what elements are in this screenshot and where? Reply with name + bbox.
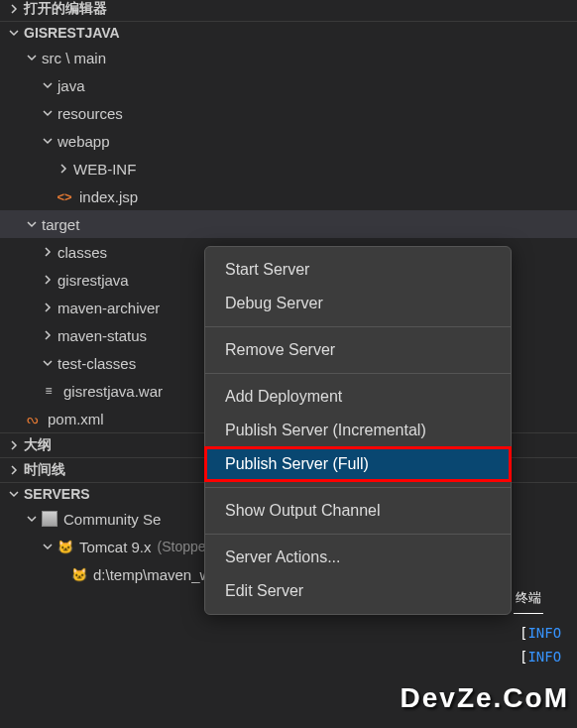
section-label: GISRESTJAVA (24, 25, 120, 41)
menu-start-server[interactable]: Start Server (205, 253, 511, 287)
chevron-down-icon (6, 25, 22, 41)
war-file-icon: ≡ (40, 382, 58, 400)
section-open-editors[interactable]: 打开的编辑器 (0, 0, 577, 21)
chevron-down-icon (40, 539, 56, 554)
chevron-down-icon (40, 133, 56, 149)
tree-folder-target[interactable]: target (0, 210, 577, 238)
chevron-right-icon (40, 327, 56, 343)
folder-label: classes (58, 244, 107, 261)
tree-folder-web-inf[interactable]: WEB-INF (0, 155, 577, 182)
server-label: Community Se (63, 511, 161, 528)
folder-label: src \ main (42, 50, 106, 66)
chevron-right-icon (56, 161, 71, 177)
folder-label: maven-archiver (58, 300, 160, 316)
tomcat-icon: 🐱 (58, 540, 73, 554)
tree-file-index-jsp[interactable]: <> index.jsp (0, 182, 577, 210)
menu-separator (205, 373, 511, 374)
chevron-down-icon (40, 77, 56, 93)
chevron-down-icon (40, 355, 56, 371)
chevron-down-icon (24, 50, 40, 65)
menu-publish-incremental[interactable]: Publish Server (Incremental) (205, 414, 511, 447)
tree-folder-resources[interactable]: resources (0, 99, 577, 127)
menu-add-deployment[interactable]: Add Deployment (205, 380, 511, 414)
folder-label: webapp (58, 133, 110, 150)
folder-label: target (42, 216, 79, 233)
section-label: 打开的编辑器 (24, 0, 107, 18)
jsp-file-icon: <> (56, 187, 73, 205)
folder-label: gisrestjava (58, 272, 129, 289)
folder-label: java (58, 77, 85, 94)
menu-debug-server[interactable]: Debug Server (205, 287, 511, 320)
chevron-right-icon (6, 1, 22, 17)
chevron-right-icon (40, 272, 56, 288)
file-label: pom.xml (48, 411, 104, 427)
log-line: [INFO (519, 645, 561, 668)
chevron-right-icon (40, 244, 56, 260)
server-context-menu: Start Server Debug Server Remove Server … (204, 246, 512, 615)
section-label: 大纲 (24, 436, 52, 454)
tree-folder-java[interactable]: java (0, 71, 577, 99)
menu-publish-full[interactable]: Publish Server (Full) (205, 447, 511, 481)
terminal-panel-tabs: 终端 (514, 583, 543, 614)
menu-separator (205, 534, 511, 535)
menu-remove-server[interactable]: Remove Server (205, 333, 511, 367)
menu-separator (205, 326, 511, 327)
section-label: 时间线 (24, 461, 65, 479)
tree-folder-webapp[interactable]: webapp (0, 127, 577, 155)
menu-separator (205, 487, 511, 488)
chevron-down-icon (40, 105, 56, 121)
file-label: index.jsp (79, 188, 138, 205)
tomcat-icon: 🐱 (71, 567, 87, 582)
server-provider-icon (42, 511, 58, 527)
folder-label: maven-status (58, 327, 147, 344)
chevron-right-icon (6, 437, 22, 453)
section-project[interactable]: GISRESTJAVA (0, 21, 577, 44)
folder-label: resources (58, 105, 123, 122)
file-label: gisrestjava.war (63, 383, 163, 400)
chevron-down-icon (6, 486, 22, 502)
terminal-output: [INFO [INFO (519, 621, 561, 668)
folder-label: WEB-INF (73, 161, 136, 178)
chevron-right-icon (6, 462, 22, 478)
server-label: Tomcat 9.x (79, 539, 152, 555)
folder-label: test-classes (58, 355, 136, 372)
menu-show-output[interactable]: Show Output Channel (205, 494, 511, 528)
tree-folder-src-main[interactable]: src \ main (0, 44, 577, 71)
chevron-right-icon (40, 300, 56, 315)
section-label: SERVERS (24, 486, 90, 502)
xml-file-icon: ᔓ (24, 410, 42, 427)
terminal-tab[interactable]: 终端 (514, 583, 543, 614)
log-line: [INFO (519, 621, 561, 645)
chevron-down-icon (24, 216, 40, 232)
menu-server-actions[interactable]: Server Actions... (205, 541, 511, 574)
chevron-down-icon (24, 511, 40, 527)
menu-edit-server[interactable]: Edit Server (205, 574, 511, 608)
